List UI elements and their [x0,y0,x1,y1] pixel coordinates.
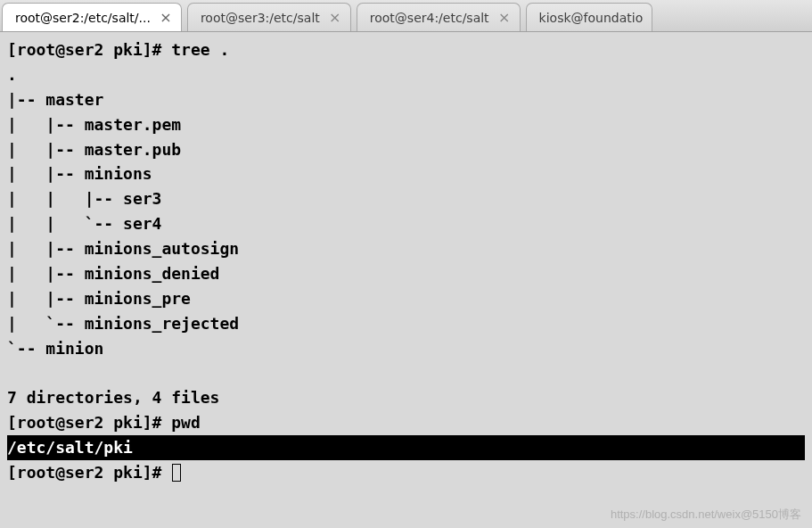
tab-label: kiosk@foundatio [539,11,644,25]
tab-foundation[interactable]: kiosk@foundatio [526,3,653,31]
tree-line: | |-- minions [7,164,152,183]
command: tree . [171,40,229,59]
shell-prompt: [root@ser2 pki]# [7,463,171,482]
tab-ser4[interactable]: root@ser4:/etc/salt × [357,3,521,31]
command: pwd [171,413,201,432]
tree-line: | |-- minions_pre [7,289,191,308]
shell-prompt: [root@ser2 pki]# [7,40,171,59]
tree-line: | |-- minions_autosign [7,239,239,258]
tab-ser3[interactable]: root@ser3:/etc/salt × [187,3,351,31]
tree-summary: 7 directories, 4 files [7,388,219,407]
cursor-icon [172,464,181,482]
tree-line: . [7,65,17,84]
tab-label: root@ser2:/etc/salt/... [15,11,151,25]
tab-label: root@ser4:/etc/salt [370,11,489,25]
tab-bar: root@ser2:/etc/salt/... × root@ser3:/etc… [0,0,812,32]
tree-line: | `-- minions_rejected [7,314,239,333]
shell-prompt: [root@ser2 pki]# [7,413,171,432]
tree-line: | |-- master.pub [7,140,181,159]
close-icon[interactable]: × [160,11,172,25]
tab-label: root@ser3:/etc/salt [201,11,320,25]
close-icon[interactable]: × [498,11,511,25]
pwd-output: /etc/salt/pki [7,435,805,460]
tab-ser2[interactable]: root@ser2:/etc/salt/... × [2,3,182,31]
tree-line: | | |-- ser3 [7,189,161,208]
terminal-output[interactable]: [root@ser2 pki]# tree . . |-- master | |… [0,32,812,491]
tree-line: | |-- minions_denied [7,264,219,283]
tree-line: | | `-- ser4 [7,214,161,233]
watermark: https://blog.csdn.net/weix@5150博客 [611,507,801,523]
close-icon[interactable]: × [329,11,341,25]
tree-line: |-- master [7,90,103,109]
tree-line: | |-- master.pem [7,115,181,134]
tree-line: `-- minion [7,339,103,358]
